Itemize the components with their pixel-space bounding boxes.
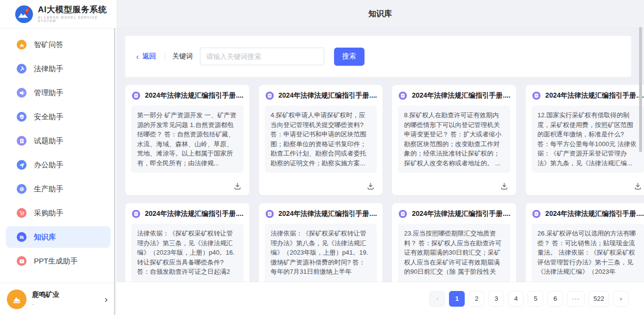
card-title: 2024年法律法规汇编指引手册.... bbox=[279, 91, 377, 100]
sidebar-item-ppt[interactable]: PPT生成助手 bbox=[6, 250, 111, 272]
card-header: 2024年法律法规汇编指引手册.... bbox=[265, 91, 377, 101]
app-logo: AI大模型服务系统 AI LARGE MODEL SERVICE SYSTEM bbox=[0, 0, 116, 28]
pagination: ‹123456···522› bbox=[116, 282, 644, 315]
app-subtitle: AI LARGE MODEL SERVICE SYSTEM bbox=[38, 16, 116, 23]
exam-icon bbox=[17, 136, 27, 146]
sidebar-item-exam[interactable]: 试题助手 bbox=[6, 130, 111, 152]
card-header: 2024年法律法规汇编指引手册.... bbox=[265, 209, 377, 219]
main-area: 知识库 ‹ 返回 关键词 搜索 2024年法律法规汇编指引手册....第一部分 … bbox=[116, 0, 644, 315]
card-snippet: 4.探矿权申请人申请探矿权时，应当向登记管理机关提交哪些资料? 答：申请登记书和… bbox=[265, 105, 377, 173]
page-button-522[interactable]: 522 bbox=[588, 291, 609, 307]
knowledge-card[interactable]: 2024年法律法规汇编指引手册....12.国家实行采矿权有偿取得的制度，采矿权… bbox=[526, 85, 644, 195]
megaphone-icon bbox=[17, 88, 27, 98]
card-snippet: 12.国家实行采矿权有偿取得的制度，采矿权使用费，按照矿区范围的面积逐年缴纳，标… bbox=[532, 105, 644, 173]
next-page-button[interactable]: › bbox=[613, 291, 629, 307]
sidebar-item-label: 采购助手 bbox=[34, 209, 63, 218]
page-button-5[interactable]: 5 bbox=[528, 291, 543, 307]
sidebar-item-procurement[interactable]: 采购助手 bbox=[6, 202, 111, 224]
sidebar-item-label: 试题助手 bbox=[34, 136, 63, 146]
plane-icon bbox=[17, 160, 27, 170]
download-icon[interactable] bbox=[233, 182, 242, 190]
chevron-right-icon[interactable]: › bbox=[105, 294, 108, 304]
app-title: AI大模型服务系统 bbox=[38, 5, 116, 15]
ellipsis-button[interactable]: ··· bbox=[567, 291, 585, 307]
sidebar-item-qa[interactable]: 智矿问答 bbox=[6, 34, 111, 55]
card-grid: 2024年法律法规汇编指引手册....第一部分 矿产资源开发 一、矿产资源的开发… bbox=[125, 85, 631, 282]
library-icon bbox=[17, 232, 27, 242]
sidebar-menu: 智矿问答法律助手管理助手安全助手试题助手办公助手生产助手采购助手知识库PPT生成… bbox=[0, 28, 116, 283]
sidebar-item-knowledge[interactable]: 知识库 bbox=[6, 226, 111, 248]
knowledge-card[interactable]: 2024年法律法规汇编指引手册....26.采矿权评估可以选用的方法有哪些？ 答… bbox=[526, 203, 644, 282]
user-panel[interactable]: 鹿鸣矿业 - › bbox=[0, 283, 116, 315]
sidebar-item-legal[interactable]: 法律助手 bbox=[6, 58, 111, 79]
card-snippet: 8.探矿权人在勘查许可证有效期内的哪些情形下可以向登记管理机关申请变更登记？ 答… bbox=[398, 105, 510, 173]
sidebar-item-label: 法律助手 bbox=[34, 64, 63, 74]
document-icon bbox=[532, 209, 541, 219]
knowledge-card[interactable]: 2024年法律法规汇编指引手册....法律依据：《探矿权采矿权转让管理办法》第三… bbox=[125, 203, 250, 282]
card-header: 2024年法律法规汇编指引手册.... bbox=[398, 209, 510, 219]
sidebar-item-label: 安全助手 bbox=[34, 112, 63, 122]
sidebar-scrollbar[interactable] bbox=[114, 28, 115, 315]
chevron-left-icon: ‹ bbox=[136, 52, 139, 61]
knowledge-card[interactable]: 2024年法律法规汇编指引手册....第一部分 矿产资源开发 一、矿产资源的开发… bbox=[125, 85, 250, 195]
download-icon[interactable] bbox=[500, 182, 508, 190]
divider bbox=[165, 53, 165, 60]
card-title: 2024年法律法规汇编指引手册.... bbox=[145, 210, 244, 218]
sidebar-item-label: 生产助手 bbox=[34, 184, 63, 194]
user-avatar bbox=[7, 289, 27, 309]
page-title: 知识库 bbox=[116, 0, 644, 28]
search-toolbar: ‹ 返回 关键词 搜索 bbox=[125, 36, 631, 77]
card-snippet: 26.采矿权评估可以选用的方法有哪些？ 答：可比销售法；贴现现金流量法。 法律依… bbox=[532, 224, 644, 282]
user-subtitle: - bbox=[32, 301, 59, 308]
search-input[interactable] bbox=[200, 48, 324, 65]
card-title: 2024年法律法规汇编指引手册.... bbox=[545, 210, 644, 218]
gavel-icon bbox=[17, 64, 27, 74]
knowledge-card[interactable]: 2024年法律法规汇编指引手册....法律依据：《探矿权采矿权转让管理办法》第八… bbox=[259, 203, 383, 282]
back-label: 返回 bbox=[142, 52, 156, 61]
mountain-icon bbox=[17, 40, 27, 50]
card-header: 2024年法律法规汇编指引手册.... bbox=[532, 209, 644, 219]
document-icon bbox=[532, 91, 541, 101]
app-logo-icon bbox=[15, 5, 33, 24]
document-icon bbox=[131, 91, 141, 101]
sidebar-item-production[interactable]: 生产助手 bbox=[6, 178, 111, 200]
main-scrollbar[interactable] bbox=[639, 27, 642, 152]
sidebar-item-label: 智矿问答 bbox=[34, 40, 63, 50]
page-button-4[interactable]: 4 bbox=[508, 291, 524, 307]
document-icon bbox=[265, 209, 275, 219]
knowledge-card[interactable]: 2024年法律法规汇编指引手册....23.应当按照哪些期限汇交地质资料？ 答：… bbox=[392, 203, 516, 282]
gear-icon bbox=[17, 184, 27, 194]
content-area: ‹ 返回 关键词 搜索 2024年法律法规汇编指引手册....第一部分 矿产资源… bbox=[116, 28, 644, 282]
page-button-2[interactable]: 2 bbox=[469, 291, 484, 307]
page-button-1[interactable]: 1 bbox=[449, 291, 465, 307]
sidebar: AI大模型服务系统 AI LARGE MODEL SERVICE SYSTEM … bbox=[0, 0, 116, 315]
shield-icon bbox=[17, 112, 27, 122]
sidebar-item-management[interactable]: 管理助手 bbox=[6, 82, 111, 104]
card-header: 2024年法律法规汇编指引手册.... bbox=[131, 91, 244, 101]
sidebar-item-label: 知识库 bbox=[34, 233, 56, 242]
page-button-6[interactable]: 6 bbox=[547, 291, 563, 307]
keyword-label: 关键词 bbox=[172, 52, 193, 61]
document-icon bbox=[131, 209, 141, 219]
knowledge-card[interactable]: 2024年法律法规汇编指引手册....4.探矿权申请人申请探矿权时，应当向登记管… bbox=[259, 85, 383, 195]
download-icon[interactable] bbox=[634, 182, 642, 190]
card-title: 2024年法律法规汇编指引手册.... bbox=[545, 91, 644, 100]
search-button[interactable]: 搜索 bbox=[334, 48, 364, 66]
card-header: 2024年法律法规汇编指引手册.... bbox=[398, 91, 510, 101]
knowledge-card[interactable]: 2024年法律法规汇编指引手册....8.探矿权人在勘查许可证有效期内的哪些情形… bbox=[392, 85, 516, 195]
card-title: 2024年法律法规汇编指引手册.... bbox=[412, 210, 510, 218]
card-snippet: 23.应当按照哪些期限汇交地质资料？ 答：探矿权人应当在勘查许可证有效期届满的3… bbox=[398, 224, 510, 282]
page-button-3[interactable]: 3 bbox=[488, 291, 504, 307]
sidebar-item-safety[interactable]: 安全助手 bbox=[6, 106, 111, 128]
download-icon[interactable] bbox=[366, 182, 375, 190]
card-title: 2024年法律法规汇编指引手册.... bbox=[145, 91, 244, 100]
card-snippet: 法律依据：《探矿权采矿权转让管理办法》第八条，见《法律法规汇编》（2023年版，… bbox=[265, 224, 377, 282]
sidebar-item-office[interactable]: 办公助手 bbox=[6, 154, 111, 176]
document-icon bbox=[265, 91, 275, 101]
back-button[interactable]: ‹ 返回 bbox=[136, 52, 156, 61]
sidebar-item-label: 管理助手 bbox=[34, 88, 63, 98]
prev-page-button[interactable]: ‹ bbox=[429, 291, 445, 307]
card-snippet: 第一部分 矿产资源开发 一、矿产资源的开发常见问题 1.自然资源都包括哪些？ 答… bbox=[131, 105, 244, 173]
card-header: 2024年法律法规汇编指引手册.... bbox=[532, 91, 644, 101]
cart-icon bbox=[17, 208, 27, 218]
